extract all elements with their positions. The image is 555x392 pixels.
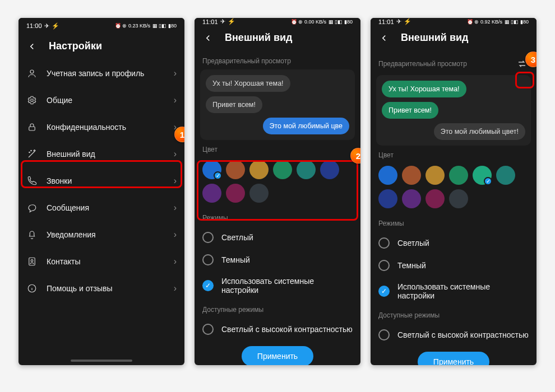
topbar: Настройки [18,34,184,60]
mode-highcontrast[interactable]: Светлый с высокой контрастностью [195,318,360,340]
wand-icon [26,148,38,160]
row-label: Учетная запись и профиль [47,69,165,78]
topbar: Внешний вид [371,25,536,52]
mode-system[interactable]: Использовать системные настройки [371,277,536,306]
settings-list: Учетная запись и профиль › Общие › Конфи… [18,60,184,357]
chevron-right-icon: › [174,149,177,159]
row-label: Общие [47,96,165,105]
mode-system[interactable]: Использовать системные настройки [195,271,360,300]
status-bar: 11:01 ✈ ⚡ ⏰ ⊗ 0.00 KB/s ▦ ▯◧ ▮80 [195,18,360,25]
apply-button[interactable]: Применить [418,352,489,365]
check-icon: ✓ [484,177,492,185]
settings-item-contacts[interactable]: Контакты › [18,248,184,275]
color-grid: ✓ [195,158,360,208]
color-swatch[interactable] [402,166,421,185]
color-swatch[interactable] [249,184,269,203]
back-button[interactable] [26,41,38,52]
settings-item-notifications[interactable]: Уведомления › [18,221,184,248]
settings-item-privacy[interactable]: Конфиденциальность › [18,114,184,141]
apply-bar: Применить [195,340,360,365]
telegram-icon: ✈ [220,18,225,25]
gear-icon [26,95,38,106]
color-swatch[interactable] [273,160,292,179]
page-title: Внешний вид [225,32,292,44]
color-swatch[interactable]: ✓ [202,160,221,179]
radio-icon [202,324,214,335]
status-bar: 11:00 ✈ ⚡ ⏰ ⊗ 0.23 KB/s ▦ ▯◧ ▮80 [18,18,184,34]
back-button[interactable] [202,32,214,44]
radio-icon [378,329,390,340]
color-swatch[interactable] [425,189,445,208]
settings-item-account[interactable]: Учетная запись и профиль › [18,60,184,87]
radio-icon [202,280,214,291]
color-swatch[interactable] [378,189,397,208]
color-grid: ✓ [371,164,536,214]
color-swatch[interactable] [226,184,245,203]
settings-item-calls[interactable]: Звонки › [18,167,184,194]
bell-icon [26,229,38,240]
bolt-icon: ⚡ [228,18,235,25]
radio-icon [202,232,214,243]
color-swatch[interactable] [297,160,316,179]
row-label: Звонки [47,176,165,185]
svg-point-6 [31,260,33,262]
color-swatch[interactable] [320,160,339,179]
chevron-right-icon: › [174,203,177,213]
svg-rect-2 [29,127,35,130]
status-signal: ▦ ▯◧ ▮80 [152,23,177,29]
mode-light[interactable]: Светлый [195,226,360,249]
telegram-icon: ✈ [44,22,49,30]
preview-header-row: Предварительный просмотр [371,52,536,75]
chevron-right-icon: › [174,283,177,293]
settings-item-appearance[interactable]: Внешний вид › [18,141,184,167]
apply-bar: Применить [371,346,536,365]
color-swatch[interactable] [449,189,468,208]
color-swatch[interactable] [425,166,445,185]
phone-settings: 11:00 ✈ ⚡ ⏰ ⊗ 0.23 KB/s ▦ ▯◧ ▮80 Настрой… [18,18,184,365]
mode-highcontrast[interactable]: Светлый с высокой контрастностью [371,324,536,346]
status-time: 11:01 [378,18,394,25]
radio-label: Использовать системные настройки [397,282,529,300]
mode-light[interactable]: Светлый [371,232,536,254]
chat-icon [26,202,38,213]
chevron-right-icon: › [174,256,177,267]
phone-icon [26,175,38,186]
section-color-label: Цвет [195,140,360,158]
radio-label: Светлый [397,239,429,248]
color-swatch[interactable]: ✓ [473,166,492,185]
row-label: Контакты [47,257,165,266]
status-indicators: ⏰ ⊗ 0.00 KB/s [291,19,326,25]
settings-item-messages[interactable]: Сообщения › [18,194,184,221]
radio-icon [378,260,390,271]
section-preview-label: Предварительный просмотр [195,52,360,69]
color-swatch[interactable] [449,166,468,185]
swap-theme-button[interactable] [515,57,529,71]
settings-item-general[interactable]: Общие › [18,87,184,114]
svg-point-4 [31,150,32,151]
section-preview-label: Предварительный просмотр [378,60,467,68]
apply-button[interactable]: Применить [242,346,313,365]
radio-icon [202,254,214,265]
color-swatch[interactable] [226,160,245,179]
status-time: 11:01 [202,18,218,25]
home-indicator [71,360,132,362]
radio-label: Светлый [221,233,253,242]
info-icon [26,283,38,294]
chevron-right-icon: › [174,230,177,240]
color-swatch[interactable] [496,166,515,185]
status-bar: 11:01 ✈ ⚡ ⏰ ⊗ 0.92 KB/s ▦ ▯◧ ▮80 [371,18,536,25]
mode-dark[interactable]: Темный [195,249,360,271]
color-swatch[interactable] [249,160,269,179]
color-swatch[interactable] [378,166,397,185]
color-swatch[interactable] [202,184,221,203]
user-icon [26,68,38,79]
radio-label: Темный [397,261,426,270]
preview-msg-in: Ух ты! Хорошая тема! [382,81,466,97]
chevron-right-icon: › [174,122,177,132]
row-label: Помощь и отзывы [47,284,165,293]
mode-dark[interactable]: Темный [371,254,536,277]
phone-appearance-b: 11:01 ✈ ⚡ ⏰ ⊗ 0.92 KB/s ▦ ▯◧ ▮80 Внешний… [371,18,536,365]
back-button[interactable] [378,32,390,44]
color-swatch[interactable] [402,189,421,208]
settings-item-help[interactable]: Помощь и отзывы › [18,275,184,302]
